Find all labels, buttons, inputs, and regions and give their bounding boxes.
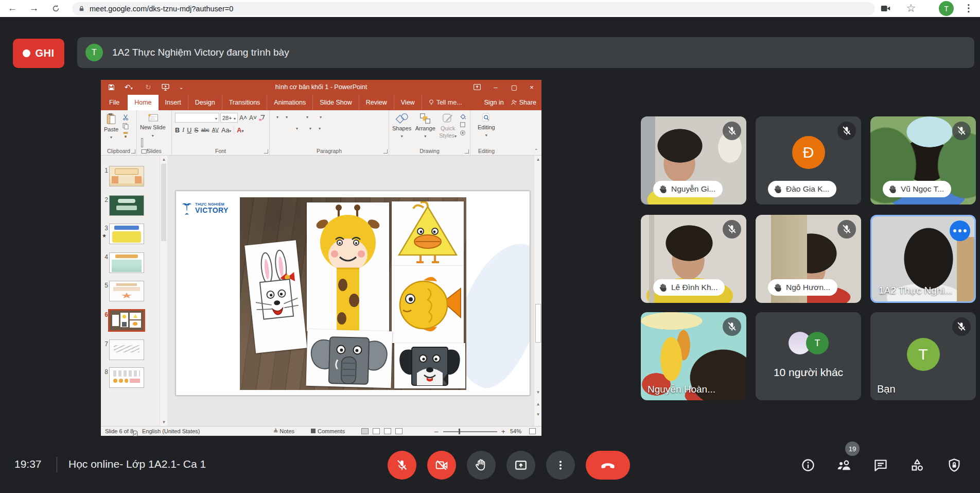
character-spacing-icon[interactable]: A̲V̲ [212,127,219,133]
meeting-details-icon[interactable] [801,458,815,472]
grow-font-icon[interactable]: A˄ [239,114,248,122]
present-screen-button[interactable] [506,451,535,480]
editing-button[interactable]: Editing [478,113,495,138]
tab-view[interactable]: View [394,95,422,110]
participant-tile-dao-gia[interactable]: Đ Đào Gia K... [756,116,861,205]
slide-thumbnail-7[interactable] [109,339,144,360]
paragraph-dialog-launcher[interactable] [383,149,388,154]
format-painter-icon[interactable] [122,131,129,138]
tab-transitions[interactable]: Transitions [222,95,268,110]
forward-icon[interactable]: → [27,1,41,15]
browser-menu-icon[interactable]: ⋮ [961,1,976,15]
raise-hand-button[interactable] [467,451,496,480]
italic-icon[interactable]: I [182,126,184,134]
font-size-combo[interactable]: 28+ [220,113,238,123]
cut-icon[interactable] [122,114,129,121]
tab-animations[interactable]: Animations [267,95,313,110]
bold-icon[interactable]: B [175,127,180,134]
overflow-participants-tile[interactable]: T 10 người khác [756,312,861,400]
paste-button[interactable]: Paste [104,113,118,140]
language-indicator[interactable]: English (United States) [142,427,200,436]
minimize-icon[interactable]: – [487,80,504,95]
participant-tile-nguyen-gi[interactable]: Nguyễn Gi... [641,116,746,205]
back-icon[interactable]: ← [5,1,20,15]
share-button[interactable]: Share [511,99,536,106]
strikethrough-icon[interactable]: S [194,127,198,134]
zoom-in-icon[interactable]: + [501,427,505,436]
new-slide-button[interactable]: New Slide [140,113,166,138]
mic-off-button[interactable] [388,451,416,480]
tab-insert[interactable]: Insert [159,95,188,110]
quick-styles-button[interactable]: Quick Styles [439,113,457,139]
slideshow-view-icon[interactable] [395,428,402,434]
tab-file[interactable]: File [101,95,128,110]
zoom-level[interactable]: 54% [510,427,521,436]
underline-icon[interactable]: U [187,127,191,134]
self-tile[interactable]: T Bạn [870,312,976,400]
reload-icon[interactable] [48,1,63,15]
slide-thumbnail-1[interactable] [109,166,144,186]
comments-toggle[interactable]: Comments [311,427,345,436]
slide-thumbnail-4[interactable] [109,252,144,273]
slide-thumbnail-6-selected[interactable] [108,309,145,332]
shape-outline-icon[interactable] [460,122,466,128]
font-name-combo[interactable] [175,113,219,123]
layout-icon[interactable] [141,139,148,146]
shrink-font-icon[interactable]: A˅ [249,114,257,122]
copy-icon[interactable] [122,123,129,129]
notes-toggle[interactable]: ≜ Notes [273,427,294,436]
participant-tile-vu-ngoc[interactable]: Vũ Ngọc T... [870,116,976,205]
host-controls-icon[interactable] [947,458,961,472]
font-dialog-launcher[interactable] [264,149,268,154]
collapse-ribbon-icon[interactable]: ⌃ [534,148,538,154]
change-case-icon[interactable]: Aa [221,127,231,134]
address-bar[interactable]: meet.google.com/dks-tznu-mdj?authuser=0 [72,2,875,15]
chat-panel-icon[interactable] [873,458,888,472]
drawing-dialog-launcher[interactable] [465,149,469,154]
participant-tile-nguyen-hoan[interactable]: Nguyễn Hoàn... [641,312,746,400]
font-color-icon[interactable]: A [234,127,243,134]
browser-profile-avatar[interactable]: T [939,1,954,16]
slide-thumbnail-3[interactable] [109,224,144,244]
subscript-icon[interactable]: abc [201,127,209,133]
zoom-slider[interactable] [443,431,497,432]
normal-view-icon[interactable] [361,428,369,434]
close-icon[interactable]: × [523,80,540,95]
participant-tile-ngo-huong[interactable]: Ngô Hươn... [756,215,861,303]
tab-slideshow[interactable]: Slide Show [313,95,359,110]
camera-allowed-icon[interactable] [878,1,892,15]
shape-fill-icon[interactable] [460,113,466,120]
shapes-button[interactable]: Shapes [392,113,411,139]
tab-design[interactable]: Design [188,95,222,110]
clipboard-dialog-launcher[interactable] [131,149,135,154]
slide-thumbnail-2[interactable] [109,195,144,216]
display-settings-icon[interactable] [468,80,486,95]
participants-panel-icon[interactable] [837,458,851,472]
slide-sorter-view-icon[interactable] [373,428,380,434]
zoom-out-icon[interactable]: – [434,427,438,436]
tab-tellme[interactable]: Tell me... [422,95,469,110]
end-call-button[interactable] [586,451,630,480]
arrange-button[interactable]: Arrange [415,113,435,139]
spellcheck-icon[interactable] [133,429,138,438]
more-options-button[interactable] [546,451,575,480]
participant-tile-le-dinh[interactable]: Lê Đình Kh... [641,215,746,303]
maximize-icon[interactable]: ▢ [505,80,523,95]
zoom-slider-thumb[interactable] [459,429,460,434]
tile-more-options-icon[interactable] [950,220,970,241]
slide-thumbnail-5[interactable] [109,281,144,301]
scrollbar-thumb[interactable] [535,304,541,343]
tab-home[interactable]: Home [128,95,158,110]
participant-tile-presenter[interactable]: 1A2 Thực Nghi... [870,215,976,303]
reading-view-icon[interactable] [384,428,391,434]
fit-to-window-icon[interactable] [529,428,536,434]
tab-review[interactable]: Review [359,95,394,110]
slide-thumbnail-8[interactable] [109,367,144,388]
shape-effects-icon[interactable] [460,130,466,136]
sign-in-link[interactable]: Sign in [484,99,503,106]
bookmark-star-icon[interactable]: ☆ [904,1,918,15]
thumbnail-scrollbar[interactable]: ▲ ▼ [160,156,167,426]
camera-off-button[interactable] [427,451,456,480]
clear-formatting-icon[interactable] [258,114,266,121]
slide-scrollbar[interactable]: ▲ ▼ ▲ ▼ [534,156,541,426]
